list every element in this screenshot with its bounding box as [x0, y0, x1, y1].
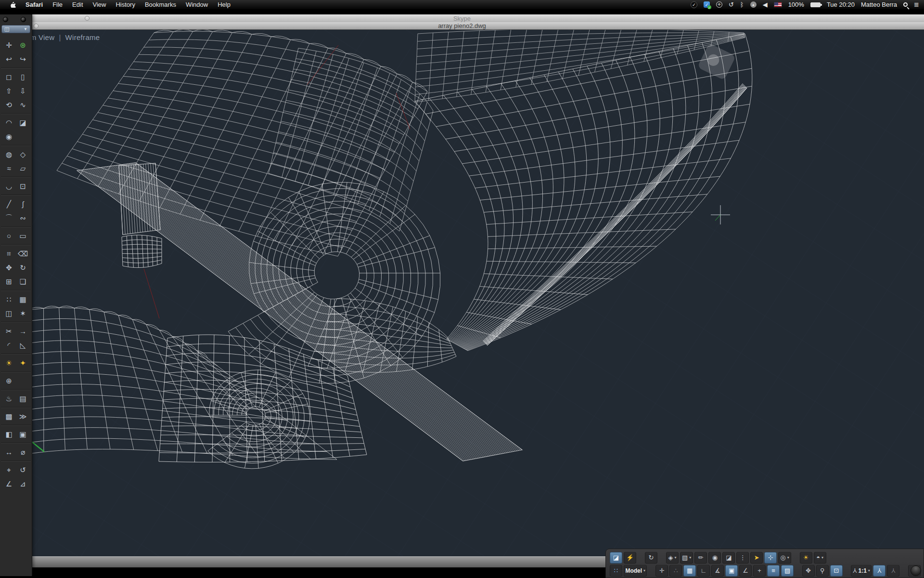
- orbit-tool[interactable]: ↻: [645, 552, 657, 564]
- layout-switch-button[interactable]: ∷: [610, 565, 622, 577]
- offset-tool-icon[interactable]: ❏: [17, 276, 29, 288]
- menu-item-history[interactable]: History: [111, 0, 140, 9]
- flatshot-tool[interactable]: ✏: [694, 552, 707, 564]
- cylinder-tool-icon[interactable]: ▯: [17, 71, 29, 83]
- dim-linear-tool-icon[interactable]: ↔: [3, 447, 15, 458]
- dynamic-ucs-toggle[interactable]: ⚡: [624, 552, 636, 564]
- sweep-tool-icon[interactable]: ∿: [17, 99, 29, 111]
- rectangle-tool-icon[interactable]: ▭: [17, 230, 29, 242]
- render-tool-icon[interactable]: ♨: [3, 393, 15, 405]
- pan-tool[interactable]: ✥: [802, 565, 815, 577]
- grid-lines-toggle[interactable]: ▦: [683, 565, 696, 577]
- surface-fillet-tool-icon[interactable]: ◡: [3, 181, 15, 192]
- clock-label[interactable]: Tue 20:20: [827, 1, 855, 8]
- spotlight-icon[interactable]: [903, 2, 908, 7]
- battery-percent-label[interactable]: 100%: [788, 1, 804, 8]
- surface-blend-tool-icon[interactable]: ◍: [3, 149, 15, 160]
- accessibility-menu-icon[interactable]: ✛: [716, 1, 722, 8]
- ucs-view-tool-icon[interactable]: ⊿: [17, 478, 29, 490]
- polar-array-tool-icon[interactable]: ✶: [17, 308, 29, 319]
- line-tool-icon[interactable]: ╱: [3, 198, 15, 210]
- extend-tool-icon[interactable]: →: [17, 326, 29, 337]
- toolset-selector[interactable]: ◫ ▼: [1, 25, 30, 33]
- viewcube-menu[interactable]: ◈▾: [666, 552, 679, 564]
- point-light-tool-icon[interactable]: ☀: [3, 357, 15, 369]
- render-environment-menu[interactable]: ◓▾: [814, 552, 826, 564]
- fillet-edge-tool-icon[interactable]: ◠: [3, 117, 15, 129]
- annotation-autoscale-toggle[interactable]: Y: [887, 565, 899, 577]
- camera-view-tool-icon[interactable]: ▣: [17, 429, 29, 440]
- solid-history-toggle[interactable]: ◪: [610, 552, 622, 564]
- camera-menu[interactable]: ◎▾: [778, 552, 791, 564]
- notification-center-icon[interactable]: ≣: [914, 1, 919, 8]
- geographic-location-tool-icon[interactable]: ⊕: [3, 375, 15, 387]
- gizmo-tool[interactable]: ➤: [750, 552, 763, 564]
- menu-item-window[interactable]: Window: [181, 0, 213, 9]
- union-tool-icon[interactable]: ◉: [3, 131, 15, 143]
- drawing-viewport[interactable]: Custom View | Wireframe: [0, 30, 924, 556]
- skype-window-titlebar[interactable]: Skype: [0, 14, 924, 22]
- annotation-visibility-toggle[interactable]: Y: [873, 565, 886, 577]
- lineweight-toggle[interactable]: ≡: [767, 565, 780, 577]
- volume-menu-icon[interactable]: ◀: [763, 1, 768, 8]
- upload-menu-icon[interactable]: ▲: [750, 1, 757, 8]
- solid-edit-tool[interactable]: ◉: [708, 552, 721, 564]
- curve-tool-icon[interactable]: ∾: [17, 212, 29, 224]
- array-3d-tool-icon[interactable]: ▦: [17, 294, 29, 305]
- undo-button-icon[interactable]: ↩: [3, 53, 15, 65]
- circle-tool-icon[interactable]: ○: [3, 230, 15, 242]
- surface-sweep-tool-icon[interactable]: ≈: [3, 163, 15, 174]
- chamfer-tool-icon[interactable]: ◺: [17, 340, 29, 351]
- sun-status-toggle[interactable]: ☀: [800, 552, 812, 564]
- palette-collapse-button[interactable]: [21, 17, 26, 22]
- dim-radius-tool-icon[interactable]: ⌀: [17, 447, 29, 458]
- rotate-tool-icon[interactable]: ↻: [17, 262, 29, 274]
- copy-tool-icon[interactable]: ∷: [3, 294, 15, 305]
- extract-edges-tool[interactable]: ⋮: [736, 552, 749, 564]
- snap-toggle[interactable]: ✛: [655, 565, 668, 577]
- visual-styles-tool-icon[interactable]: ▩: [3, 411, 15, 422]
- crosshair-tool-icon[interactable]: ✛: [3, 39, 15, 51]
- apple-menu[interactable]: [6, 0, 21, 9]
- extrude-tool-icon[interactable]: ⇧: [3, 85, 15, 97]
- battery-icon[interactable]: [810, 2, 821, 7]
- ucs-world-tool-icon[interactable]: ⌖: [3, 464, 15, 476]
- motion-path-tool-icon[interactable]: ≫: [17, 411, 29, 422]
- materials-tool-icon[interactable]: ▤: [17, 393, 29, 405]
- block-tool-icon[interactable]: ⌗: [3, 248, 15, 260]
- skype-window-button[interactable]: [85, 16, 90, 21]
- polar-toggle[interactable]: ∡: [711, 565, 724, 577]
- otrack-toggle[interactable]: +: [753, 565, 766, 577]
- geolocation-tool-icon[interactable]: ⊛: [17, 39, 29, 51]
- dropbox-menu-icon[interactable]: ✓✓: [704, 1, 710, 8]
- grid-dots-toggle[interactable]: ∴: [669, 565, 682, 577]
- trim-tool-icon[interactable]: ✂: [3, 326, 15, 337]
- cad-window-titlebar[interactable]: array pieno2.dwg: [0, 22, 924, 30]
- annotation-scale-button[interactable]: Y1:1▾: [851, 565, 872, 577]
- visual-style-menu[interactable]: ▧▾: [680, 552, 693, 564]
- spline-tool-icon[interactable]: ∫: [17, 198, 29, 210]
- transparency-toggle[interactable]: ▨: [781, 565, 794, 577]
- bluetooth-menu-icon[interactable]: ᛒ: [740, 1, 744, 8]
- menu-item-edit[interactable]: Edit: [67, 0, 88, 9]
- wireframe-svg[interactable]: [0, 30, 924, 556]
- spotlight-tool-icon[interactable]: ✦: [17, 357, 29, 369]
- slice-tool-icon[interactable]: ◪: [17, 117, 29, 129]
- input-source-flag-icon[interactable]: [774, 2, 782, 7]
- section-plane-tool-icon[interactable]: ⊡: [17, 181, 29, 192]
- viewcube-toggle[interactable]: ⊡: [830, 565, 843, 577]
- zoom-tool[interactable]: ⚲: [816, 565, 829, 577]
- ucs-previous-tool-icon[interactable]: ↺: [17, 464, 29, 476]
- palette-close-button[interactable]: [3, 17, 8, 22]
- scale-tool-icon[interactable]: ⊞: [3, 276, 15, 288]
- redo-button-icon[interactable]: ↪: [17, 53, 29, 65]
- box-tool-icon[interactable]: ◻: [3, 71, 15, 83]
- ortho-toggle[interactable]: ∟: [697, 565, 710, 577]
- menu-item-bookmarks[interactable]: Bookmarks: [140, 0, 181, 9]
- cad-window-button[interactable]: [34, 24, 38, 28]
- time-machine-menu-icon[interactable]: ↺: [729, 1, 734, 8]
- view-plane-tool-icon[interactable]: ◧: [3, 429, 15, 440]
- mirror-tool-icon[interactable]: ◫: [3, 308, 15, 319]
- erase-tool-icon[interactable]: ⌫: [17, 248, 29, 260]
- model-button[interactable]: Model▾: [624, 565, 647, 577]
